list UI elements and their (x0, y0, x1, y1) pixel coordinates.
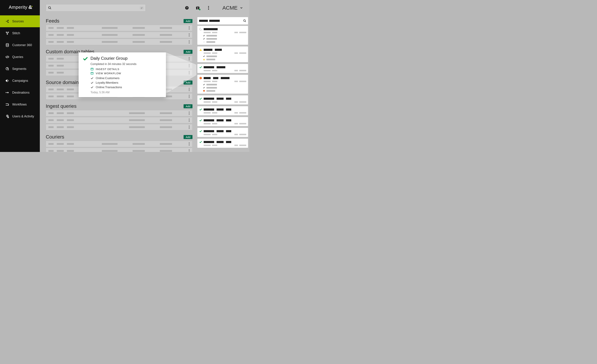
nav-campaigns[interactable]: Campaigns (0, 75, 40, 87)
tenant-switcher[interactable]: ACME (222, 5, 245, 11)
warning-icon (199, 48, 202, 51)
section-title-couriers: Couriers (46, 134, 64, 140)
top-icons: ? ACME (185, 5, 245, 11)
nav-stitch[interactable]: Stitch (0, 27, 40, 39)
table-row[interactable] (46, 124, 192, 130)
brand-logo: Amperity & (0, 0, 40, 15)
error-icon (203, 90, 205, 92)
svg-point-8 (6, 92, 7, 93)
add-ingest-query-button[interactable]: Add (184, 104, 192, 108)
popup-subtitle: Completed in 34 minutes 32 seconds (90, 63, 162, 66)
kebab-menu-icon[interactable] (206, 6, 211, 10)
row-menu-icon[interactable] (189, 149, 190, 152)
activity-card[interactable] (197, 47, 248, 62)
activity-card[interactable] (197, 106, 248, 115)
activity-card[interactable] (197, 75, 248, 94)
row-menu-icon[interactable] (189, 95, 190, 98)
nav-label: Customer 360 (12, 43, 32, 47)
chevron-down-icon (240, 6, 243, 10)
row-menu-icon[interactable] (189, 112, 190, 115)
nav-queries[interactable]: Queries (0, 51, 40, 63)
nav-label: Stitch (12, 32, 20, 35)
activity-card[interactable] (197, 64, 248, 73)
svg-point-22 (244, 20, 245, 22)
tenant-name: ACME (222, 5, 237, 11)
nav-sources[interactable]: Sources (0, 15, 40, 27)
table-row[interactable] (46, 117, 192, 123)
check-icon (199, 140, 202, 143)
row-menu-icon[interactable] (189, 88, 190, 91)
row-menu-icon[interactable] (189, 40, 190, 43)
table-row[interactable] (46, 39, 192, 45)
section-title-ingest-queries: Ingest queries (46, 103, 77, 109)
success-check-icon (83, 56, 88, 62)
row-menu-icon[interactable] (189, 142, 190, 145)
warning-icon (203, 58, 205, 60)
svg-point-13 (48, 7, 51, 9)
search-icon (48, 6, 52, 10)
check-icon (199, 119, 202, 122)
gift-icon[interactable] (196, 6, 200, 10)
nav-segments[interactable]: Segments (0, 63, 40, 75)
nav-customer360[interactable]: Customer 360 (0, 39, 40, 51)
row-menu-icon[interactable] (189, 26, 190, 30)
table-row[interactable] (46, 148, 192, 152)
svg-point-19 (208, 6, 209, 7)
svg-rect-32 (91, 72, 93, 74)
svg-point-3 (6, 32, 7, 32)
ingest-details-link[interactable]: INGEST DETAILS (90, 67, 162, 71)
svg-point-2 (8, 22, 8, 23)
calendar-icon (90, 71, 94, 75)
activity-search[interactable] (197, 17, 248, 24)
row-menu-icon[interactable] (189, 119, 190, 122)
nav-label: Campaigns (12, 79, 28, 83)
check-icon (203, 35, 205, 37)
row-menu-icon[interactable] (189, 64, 190, 67)
svg-point-11 (7, 115, 8, 116)
activity-card[interactable] (197, 128, 248, 137)
activity-card[interactable] (197, 95, 248, 104)
check-icon (199, 66, 202, 69)
activity-card[interactable] (197, 26, 248, 45)
activity-detail-popup: Daily Courier Group Completed in 34 minu… (79, 52, 166, 97)
svg-point-6 (6, 43, 9, 45)
svg-point-5 (7, 34, 8, 34)
section-title-feeds: Feeds (46, 18, 59, 24)
add-courier-button[interactable]: Add (184, 135, 192, 139)
check-icon (203, 84, 205, 86)
spinner-icon (203, 41, 205, 43)
nav-workflows[interactable]: Workflows (0, 98, 40, 111)
svg-point-0 (6, 21, 7, 22)
row-menu-icon[interactable] (189, 33, 190, 37)
nav-label: Queries (12, 55, 23, 59)
add-source-domain-button[interactable]: Add (184, 80, 192, 85)
help-icon[interactable]: ? (185, 6, 189, 10)
activity-card[interactable] (197, 139, 248, 148)
nav-destinations[interactable]: Destinations (0, 87, 40, 98)
table-row[interactable] (46, 110, 192, 116)
row-menu-icon[interactable] (189, 57, 190, 60)
row-menu-icon[interactable] (189, 126, 190, 129)
check-icon (90, 86, 94, 89)
view-workflow-link[interactable]: VIEW WORKFLOW (90, 71, 162, 75)
activity-card[interactable] (197, 117, 248, 126)
table-row[interactable] (46, 141, 192, 147)
sidebar: Amperity & Sources Stitch Customer 360 (0, 0, 40, 152)
segments-icon (5, 67, 9, 71)
nav-label: Destinations (12, 91, 30, 95)
search-icon (243, 19, 246, 22)
popup-item: Online:Customers (90, 77, 162, 80)
brand-mark-icon: & (29, 4, 32, 10)
table-row[interactable] (46, 32, 192, 38)
nav-label: Users & Activity (12, 115, 34, 118)
topbar: / ? ACME (40, 0, 249, 16)
add-custom-domain-button[interactable]: Add (184, 50, 192, 54)
add-feed-button[interactable]: Add (184, 19, 192, 23)
brand-name: Amperity (9, 5, 27, 10)
nav-users-activity[interactable]: Users & Activity (0, 111, 40, 122)
row-menu-icon[interactable] (189, 71, 190, 74)
check-icon (199, 108, 202, 111)
users-gear-icon (5, 114, 9, 119)
global-search-input[interactable]: / (46, 4, 146, 12)
table-row[interactable] (46, 25, 192, 31)
